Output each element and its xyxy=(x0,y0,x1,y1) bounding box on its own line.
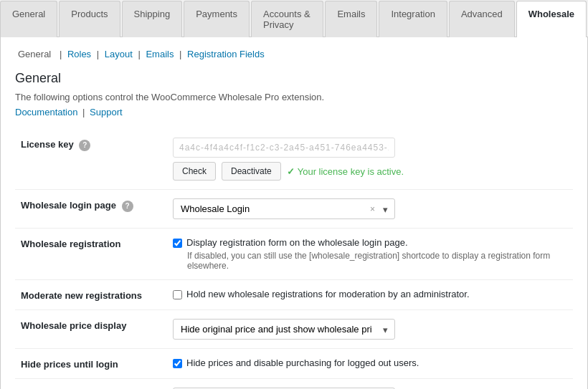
subnav-sep-2: | xyxy=(97,49,102,59)
wholesale-login-page-select[interactable]: Wholesale Login xyxy=(173,198,395,219)
tab-integration[interactable]: Integration xyxy=(379,1,447,37)
hide-prices-login-checkbox-row: Hide prices and disable purchasing for l… xyxy=(173,357,567,368)
hide-prices-login-row: Hide prices until login Hide prices and … xyxy=(15,349,573,379)
settings-table: License key ? Check Deactivate ✓ Your li… xyxy=(15,129,573,389)
wholesale-price-display-row: Wholesale price display Hide original pr… xyxy=(15,310,573,349)
wholesale-registration-checkbox-label: Display registration form on the wholesa… xyxy=(186,237,408,248)
subnav: General | Roles | Layout | Emails | Regi… xyxy=(15,49,573,59)
wholesale-login-page-label: Wholesale login page ? xyxy=(15,190,158,229)
wholesale-price-display-select-wrapper: Hide original price and just show wholes… xyxy=(173,319,395,340)
main-content: General | Roles | Layout | Emails | Regi… xyxy=(0,37,588,389)
wholesale-registration-row: Wholesale registration Display registrat… xyxy=(15,229,573,280)
wholesale-login-page-help-icon[interactable]: ? xyxy=(122,201,133,212)
page-description: The following options control the WooCom… xyxy=(15,92,573,102)
subnav-layout[interactable]: Layout xyxy=(105,49,133,59)
wholesale-store-page-row: Wholesale store page ? × Wholesale Store xyxy=(15,379,573,390)
wholesale-registration-checkbox[interactable] xyxy=(173,239,182,248)
wholesale-registration-control: Display registration form on the wholesa… xyxy=(158,229,573,280)
wholesale-price-display-select[interactable]: Hide original price and just show wholes… xyxy=(173,319,395,340)
wholesale-login-page-select-wrapper: × Wholesale Login xyxy=(173,198,395,219)
doc-link[interactable]: Documentation xyxy=(15,107,77,117)
tab-shipping[interactable]: Shipping xyxy=(122,1,183,37)
license-key-row: License key ? Check Deactivate ✓ Your li… xyxy=(15,129,573,190)
subnav-registration-fields[interactable]: Registration Fields xyxy=(187,49,265,59)
moderate-registrations-checkbox-label: Hold new wholesale registrations for mod… xyxy=(186,289,470,299)
doc-links: Documentation | Support xyxy=(15,107,573,117)
license-key-input[interactable] xyxy=(173,138,395,158)
hide-prices-login-control: Hide prices and disable purchasing for l… xyxy=(158,349,573,379)
moderate-registrations-row: Moderate new registrations Hold new whol… xyxy=(15,280,573,310)
page-heading: General xyxy=(15,71,573,86)
license-key-help-icon[interactable]: ? xyxy=(79,140,90,151)
deactivate-button[interactable]: Deactivate xyxy=(222,162,281,181)
subnav-sep-4: | xyxy=(179,49,184,59)
wholesale-login-clear-icon[interactable]: × xyxy=(370,204,375,214)
tab-payments[interactable]: Payments xyxy=(184,1,250,37)
wholesale-registration-label: Wholesale registration xyxy=(15,229,158,280)
tab-products[interactable]: Products xyxy=(59,1,120,37)
moderate-registrations-checkbox-row: Hold new wholesale registrations for mod… xyxy=(173,289,567,299)
wholesale-store-page-control: × Wholesale Store xyxy=(158,379,573,390)
license-btn-group: Check Deactivate ✓ Your license key is a… xyxy=(173,162,567,181)
license-key-label: License key ? xyxy=(15,129,158,190)
moderate-registrations-control: Hold new wholesale registrations for mod… xyxy=(158,280,573,310)
wholesale-login-page-row: Wholesale login page ? × Wholesale Login xyxy=(15,190,573,229)
moderate-registrations-label: Moderate new registrations xyxy=(15,280,158,310)
support-link[interactable]: Support xyxy=(90,107,123,117)
wholesale-store-page-label: Wholesale store page ? xyxy=(15,379,158,390)
subnav-emails[interactable]: Emails xyxy=(146,49,174,59)
license-active-status: ✓ Your license key is active. xyxy=(287,166,404,177)
tab-accounts-privacy[interactable]: Accounts & Privacy xyxy=(251,1,323,37)
wholesale-registration-checkbox-row: Display registration form on the wholesa… xyxy=(173,237,567,248)
checkmark-icon: ✓ xyxy=(287,166,295,177)
wholesale-price-display-label: Wholesale price display xyxy=(15,310,158,349)
tab-emails[interactable]: Emails xyxy=(325,1,377,37)
tab-general[interactable]: General xyxy=(0,1,57,37)
check-button[interactable]: Check xyxy=(173,162,216,181)
tab-advanced[interactable]: Advanced xyxy=(449,1,515,37)
wholesale-price-display-control: Hide original price and just show wholes… xyxy=(158,310,573,349)
subnav-sep-3: | xyxy=(138,49,143,59)
subnav-roles[interactable]: Roles xyxy=(67,49,91,59)
hide-prices-login-label: Hide prices until login xyxy=(15,349,158,379)
wholesale-login-page-control: × Wholesale Login xyxy=(158,190,573,229)
hide-prices-login-checkbox[interactable] xyxy=(173,359,182,368)
subnav-sep-1: | xyxy=(60,49,65,59)
subnav-label: General xyxy=(18,49,51,59)
tab-wholesale[interactable]: Wholesale xyxy=(516,1,587,37)
moderate-registrations-checkbox[interactable] xyxy=(173,290,182,299)
hide-prices-login-checkbox-label: Hide prices and disable purchasing for l… xyxy=(186,357,419,368)
wholesale-registration-hint: If disabled, you can still use the [whol… xyxy=(187,251,567,271)
license-key-control: Check Deactivate ✓ Your license key is a… xyxy=(158,129,573,190)
tabs-bar: General Products Shipping Payments Accou… xyxy=(0,0,588,37)
